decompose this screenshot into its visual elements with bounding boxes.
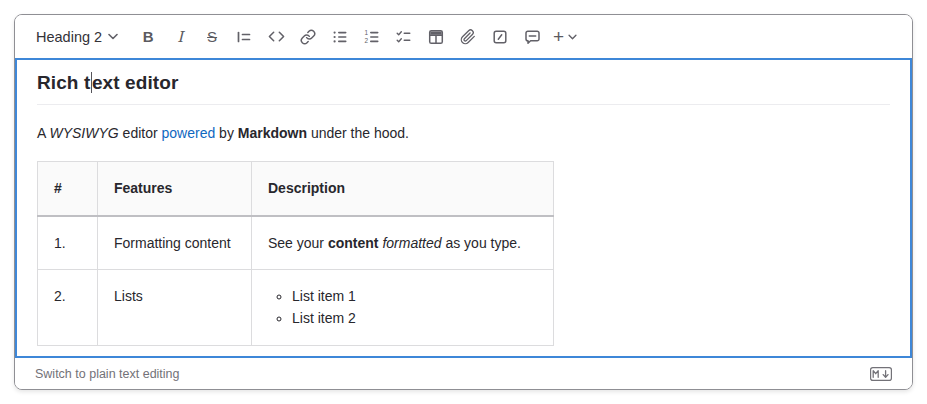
list-item: List item 1 bbox=[292, 286, 537, 308]
markdown-icon bbox=[870, 367, 892, 381]
table-header-row: # Features Description bbox=[38, 162, 554, 216]
editor-toolbar: Heading 2 B I S bbox=[15, 15, 912, 58]
heading-text-after-caret: ext editor bbox=[92, 72, 179, 93]
description-text: as you type. bbox=[442, 235, 521, 251]
italic-button[interactable]: I bbox=[165, 22, 195, 52]
document-heading: Rich text editor bbox=[37, 72, 890, 105]
table-cell-number: 1. bbox=[38, 216, 98, 270]
chevron-down-icon bbox=[568, 34, 577, 40]
svg-text:2: 2 bbox=[365, 37, 369, 44]
blockquote-button[interactable] bbox=[229, 22, 259, 52]
paperclip-icon bbox=[460, 29, 476, 45]
table-header-cell: # bbox=[38, 162, 98, 216]
attachment-button[interactable] bbox=[453, 22, 483, 52]
code-button[interactable] bbox=[261, 22, 291, 52]
strikethrough-button[interactable]: S bbox=[197, 22, 227, 52]
table-cell-feature: Lists bbox=[98, 269, 252, 345]
table-button[interactable] bbox=[421, 22, 451, 52]
bullet-list-button[interactable] bbox=[325, 22, 355, 52]
heading-text-before-caret: Rich t bbox=[37, 72, 90, 93]
rich-text-editor-widget: Heading 2 B I S bbox=[14, 14, 913, 390]
paragraph-text: under the hood. bbox=[307, 125, 409, 141]
editor-content-area[interactable]: Rich text editor A WYSIWYG editor powere… bbox=[15, 58, 912, 358]
quote-icon bbox=[236, 29, 252, 45]
bold-button[interactable]: B bbox=[133, 22, 163, 52]
table-row: 1. Formatting content See your content f… bbox=[38, 216, 554, 270]
powered-link[interactable]: powered bbox=[162, 125, 216, 141]
table-header-cell: Description bbox=[252, 162, 554, 216]
paragraph-text: A bbox=[37, 125, 49, 141]
document-paragraph: A WYSIWYG editor powered by Markdown und… bbox=[37, 123, 890, 143]
more-options-button[interactable]: + bbox=[549, 22, 581, 52]
editor-footer: Switch to plain text editing bbox=[15, 358, 912, 389]
paragraph-text: by bbox=[215, 125, 238, 141]
table-header-cell: Features bbox=[98, 162, 252, 216]
plus-icon: + bbox=[553, 27, 564, 46]
italic-icon: I bbox=[177, 28, 183, 46]
table-icon bbox=[428, 29, 444, 45]
ordered-list-button[interactable]: 1 2 bbox=[357, 22, 387, 52]
table-cell-description: See your content formatted as you type. bbox=[252, 216, 554, 270]
paragraph-bold-text: Markdown bbox=[238, 125, 307, 141]
task-list-button[interactable] bbox=[389, 22, 419, 52]
details-block-icon bbox=[492, 29, 508, 45]
document-table: # Features Description 1. Formatting con… bbox=[37, 161, 554, 346]
paragraph-text: editor bbox=[119, 125, 162, 141]
chevron-down-icon bbox=[108, 33, 118, 40]
table-cell-feature: Formatting content bbox=[98, 216, 252, 270]
svg-text:1: 1 bbox=[365, 29, 369, 36]
ordered-list-icon: 1 2 bbox=[364, 29, 380, 45]
list-item: List item 2 bbox=[292, 308, 537, 330]
table-cell-number: 2. bbox=[38, 269, 98, 345]
link-icon bbox=[300, 29, 316, 45]
details-block-button[interactable] bbox=[485, 22, 515, 52]
paragraph-italic-text: WYSIWYG bbox=[49, 125, 118, 141]
link-button[interactable] bbox=[293, 22, 323, 52]
table-cell-description: List item 1 List item 2 bbox=[252, 269, 554, 345]
bold-icon: B bbox=[143, 28, 154, 45]
text-style-dropdown-label: Heading 2 bbox=[36, 29, 102, 45]
text-style-dropdown[interactable]: Heading 2 bbox=[30, 22, 124, 52]
table-row: 2. Lists List item 1 List item 2 bbox=[38, 269, 554, 345]
bullet-list-icon bbox=[332, 29, 348, 45]
strikethrough-icon: S bbox=[207, 28, 217, 45]
description-italic-text: formatted bbox=[382, 235, 441, 251]
code-icon bbox=[268, 29, 285, 44]
description-text: See your bbox=[268, 235, 328, 251]
description-bold-text: content bbox=[328, 235, 379, 251]
task-list-icon bbox=[396, 29, 412, 45]
bullet-list: List item 1 List item 2 bbox=[268, 286, 537, 329]
switch-to-plain-text-link[interactable]: Switch to plain text editing bbox=[35, 367, 180, 381]
comment-icon bbox=[524, 29, 541, 45]
comment-button[interactable] bbox=[517, 22, 547, 52]
